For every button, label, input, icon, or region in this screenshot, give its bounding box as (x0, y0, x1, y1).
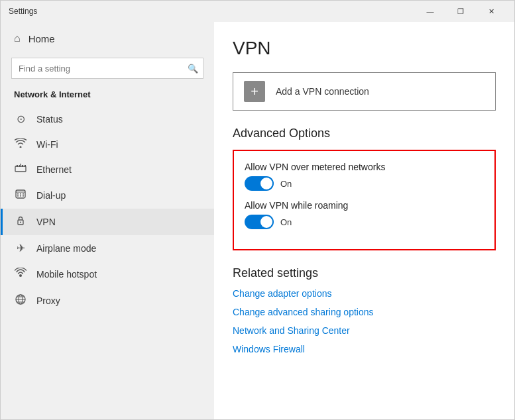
windows-firewall-link[interactable]: Windows Firewall (233, 344, 496, 354)
sidebar-item-status[interactable]: ⊙ Status (1, 106, 214, 132)
advanced-options-heading: Advanced Options (233, 127, 496, 140)
svg-rect-13 (23, 195, 24, 197)
title-bar: Settings — ❐ ✕ (1, 1, 514, 22)
sidebar-item-home[interactable]: ⌂ Home (1, 22, 214, 55)
vpn-roaming-label: Allow VPN while roaming (245, 200, 484, 211)
vpn-roaming-toggle-row: Allow VPN while roaming On (245, 200, 484, 229)
sidebar-item-hotspot[interactable]: Mobile hotspot (1, 261, 214, 288)
vpn-roaming-state: On (280, 217, 292, 227)
airplane-icon: ✈ (14, 242, 27, 254)
vpn-metered-state: On (280, 179, 292, 189)
window-title: Settings (9, 7, 415, 16)
sidebar-item-dialup[interactable]: Dial-up (1, 182, 214, 209)
svg-rect-8 (17, 193, 19, 195)
svg-rect-11 (17, 195, 19, 197)
related-settings-heading: Related settings (233, 266, 496, 280)
search-icon: 🔍 (188, 64, 198, 74)
add-vpn-button[interactable]: + Add a VPN connection (233, 72, 496, 111)
status-icon: ⊙ (14, 113, 27, 125)
close-button[interactable]: ✕ (476, 1, 506, 22)
vpn-icon (14, 215, 27, 229)
search-container: 🔍 (11, 58, 203, 79)
change-advanced-sharing-link[interactable]: Change advanced sharing options (233, 307, 496, 317)
sidebar-item-label: Mobile hotspot (36, 269, 97, 280)
sidebar-item-wifi[interactable]: Wi-Fi (1, 132, 214, 157)
network-sharing-center-link[interactable]: Network and Sharing Center (233, 325, 496, 336)
hotspot-icon (14, 268, 27, 281)
vpn-metered-label: Allow VPN over metered networks (245, 162, 484, 172)
wifi-icon (14, 138, 27, 150)
sidebar-item-label: Proxy (36, 295, 60, 306)
page-title: VPN (233, 38, 496, 59)
sidebar-item-airplane[interactable]: ✈ Airplane mode (1, 235, 214, 261)
window-content: ⌂ Home 🔍 Network & Internet ⊙ Status (1, 22, 514, 419)
sidebar: ⌂ Home 🔍 Network & Internet ⊙ Status (1, 22, 214, 419)
svg-rect-12 (20, 195, 21, 197)
maximize-button[interactable]: ❐ (445, 1, 476, 22)
advanced-options-box: Allow VPN over metered networks On Allow… (233, 150, 496, 250)
change-adapter-options-link[interactable]: Change adapter options (233, 288, 496, 299)
sidebar-item-label: Dial-up (36, 190, 66, 201)
minimize-button[interactable]: — (415, 1, 445, 22)
svg-rect-10 (23, 193, 24, 195)
svg-point-16 (19, 274, 22, 277)
add-vpn-icon: + (244, 81, 265, 102)
svg-rect-4 (25, 165, 26, 167)
sidebar-item-label: Wi-Fi (36, 139, 58, 150)
sidebar-section-title: Network & Internet (1, 87, 214, 106)
sidebar-item-label: Status (36, 114, 63, 125)
vpn-roaming-toggle-container: On (245, 215, 484, 229)
sidebar-item-label: Airplane mode (36, 243, 96, 254)
window-controls: — ❐ ✕ (415, 1, 506, 22)
dialup-icon (14, 189, 27, 202)
main-content: VPN + Add a VPN connection Advanced Opti… (214, 22, 514, 419)
settings-window: Settings — ❐ ✕ ⌂ Home 🔍 Network & Intern… (0, 0, 515, 420)
svg-rect-9 (20, 193, 21, 195)
sidebar-item-vpn[interactable]: VPN (1, 209, 214, 235)
home-icon: ⌂ (14, 32, 21, 44)
svg-rect-0 (15, 166, 26, 172)
vpn-metered-toggle[interactable] (245, 176, 274, 191)
ethernet-icon (14, 164, 27, 176)
svg-point-15 (20, 222, 21, 223)
sidebar-item-proxy[interactable]: Proxy (1, 288, 214, 314)
svg-rect-2 (19, 165, 21, 167)
search-input[interactable] (11, 58, 203, 79)
vpn-roaming-toggle[interactable] (245, 215, 274, 229)
svg-rect-3 (22, 165, 23, 167)
vpn-metered-toggle-row: Allow VPN over metered networks On (245, 162, 484, 191)
sidebar-item-ethernet[interactable]: Ethernet (1, 157, 214, 182)
proxy-icon (14, 294, 27, 307)
sidebar-item-label: VPN (36, 217, 56, 227)
sidebar-item-label: Ethernet (36, 164, 72, 175)
home-label: Home (29, 33, 55, 44)
add-vpn-label: Add a VPN connection (276, 86, 369, 97)
svg-rect-1 (17, 165, 18, 167)
vpn-metered-toggle-container: On (245, 176, 484, 191)
